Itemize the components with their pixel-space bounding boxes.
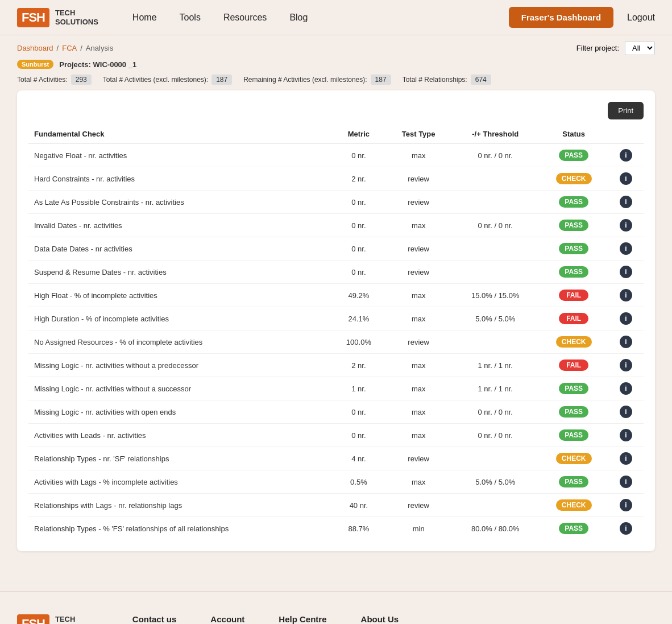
nav-home[interactable]: Home bbox=[132, 13, 157, 23]
breadcrumb-fca[interactable]: FCA bbox=[62, 44, 77, 52]
cell-threshold: 80.0% / 80.0% bbox=[451, 517, 539, 540]
cell-threshold bbox=[451, 261, 539, 284]
logo-icon: FSH bbox=[17, 8, 49, 27]
cell-info[interactable]: i bbox=[608, 214, 644, 237]
status-badge: PASS bbox=[559, 220, 588, 231]
cell-info[interactable]: i bbox=[608, 424, 644, 447]
nav-resources[interactable]: Resources bbox=[223, 13, 267, 23]
cell-info[interactable]: i bbox=[608, 261, 644, 284]
table-row: Missing Logic - nr. activities without a… bbox=[28, 377, 644, 400]
table-row: High Float - % of incomplete activities … bbox=[28, 284, 644, 307]
filter-project-select[interactable]: All bbox=[625, 41, 655, 55]
cell-status: PASS bbox=[539, 517, 608, 540]
logout-link[interactable]: Logout bbox=[627, 13, 655, 23]
cell-check: Activities with Leads - nr. activities bbox=[28, 424, 332, 447]
stat-activities-excl: Total # Activities (excl. milestones): 1… bbox=[103, 75, 232, 85]
breadcrumb: Dashboard / FCA / Analysis bbox=[17, 44, 113, 52]
cell-status: PASS bbox=[539, 400, 608, 424]
info-icon[interactable]: i bbox=[620, 499, 632, 511]
info-icon[interactable]: i bbox=[620, 266, 632, 278]
cell-threshold bbox=[451, 447, 539, 470]
main-nav: Home Tools Resources Blog bbox=[132, 13, 509, 23]
cell-info[interactable]: i bbox=[608, 517, 644, 540]
cell-info[interactable]: i bbox=[608, 354, 644, 377]
cell-status: PASS bbox=[539, 191, 608, 214]
cell-metric: 40 nr. bbox=[332, 494, 385, 517]
status-badge: FAIL bbox=[559, 359, 588, 371]
info-icon[interactable]: i bbox=[620, 382, 632, 395]
cell-metric: 88.7% bbox=[332, 517, 385, 540]
cell-check: Suspend & Resume Dates - nr. activities bbox=[28, 261, 332, 284]
status-badge: FAIL bbox=[559, 313, 588, 324]
info-icon[interactable]: i bbox=[620, 476, 632, 488]
cell-test-type: min bbox=[385, 517, 451, 540]
stat-label: Remaining # Activities (excl. milestones… bbox=[243, 76, 367, 84]
breadcrumb-dashboard[interactable]: Dashboard bbox=[17, 44, 53, 52]
sunburst-tag: Sunburst bbox=[17, 60, 53, 69]
status-badge: PASS bbox=[559, 266, 588, 278]
project-label: Projects: WIC-0000 _1 bbox=[59, 60, 136, 69]
info-icon[interactable]: i bbox=[620, 359, 632, 371]
info-icon[interactable]: i bbox=[620, 522, 632, 535]
breadcrumb-analysis: Analysis bbox=[86, 44, 113, 52]
cell-check: Missing Logic - nr. activities without a… bbox=[28, 354, 332, 377]
status-badge: PASS bbox=[559, 383, 588, 394]
cell-info[interactable]: i bbox=[608, 447, 644, 470]
cell-threshold bbox=[451, 167, 539, 191]
cell-info[interactable]: i bbox=[608, 307, 644, 330]
info-icon[interactable]: i bbox=[620, 429, 632, 441]
stats-bar: Total # Activities: 293 Total # Activiti… bbox=[0, 73, 672, 90]
info-icon[interactable]: i bbox=[620, 219, 632, 232]
cell-info[interactable]: i bbox=[608, 167, 644, 191]
cell-metric: 0 nr. bbox=[332, 261, 385, 284]
stat-relationships: Total # Relationships: 674 bbox=[403, 75, 491, 85]
cell-threshold: 0 nr. / 0 nr. bbox=[451, 143, 539, 167]
cell-metric: 4 nr. bbox=[332, 447, 385, 470]
info-icon[interactable]: i bbox=[620, 196, 632, 208]
status-badge: PASS bbox=[559, 476, 588, 487]
cell-status: CHECK bbox=[539, 167, 608, 191]
cell-check: Relationship Types - % 'FS' relationship… bbox=[28, 517, 332, 540]
table-row: High Duration - % of incomplete activiti… bbox=[28, 307, 644, 330]
cell-threshold: 1 nr. / 1 nr. bbox=[451, 354, 539, 377]
cell-info[interactable]: i bbox=[608, 143, 644, 167]
cell-check: Missing Logic - nr. activities with open… bbox=[28, 400, 332, 424]
info-icon[interactable]: i bbox=[620, 312, 632, 325]
cell-info[interactable]: i bbox=[608, 237, 644, 261]
cell-test-type: max bbox=[385, 214, 451, 237]
cell-info[interactable]: i bbox=[608, 494, 644, 517]
info-icon[interactable]: i bbox=[620, 406, 632, 418]
cell-info[interactable]: i bbox=[608, 400, 644, 424]
cell-test-type: review bbox=[385, 447, 451, 470]
cell-status: CHECK bbox=[539, 494, 608, 517]
cell-metric: 24.1% bbox=[332, 307, 385, 330]
cell-info[interactable]: i bbox=[608, 191, 644, 214]
col-status: Status bbox=[539, 125, 608, 143]
col-info bbox=[608, 125, 644, 143]
table-row: Missing Logic - nr. activities without a… bbox=[28, 354, 644, 377]
main-content: Print Fundamental Check Metric Test Type… bbox=[0, 90, 672, 568]
info-icon[interactable]: i bbox=[620, 336, 632, 348]
nav-tools[interactable]: Tools bbox=[180, 13, 201, 23]
cell-info[interactable]: i bbox=[608, 470, 644, 494]
cell-check: Hard Constraints - nr. activities bbox=[28, 167, 332, 191]
info-icon[interactable]: i bbox=[620, 149, 632, 162]
cell-test-type: review bbox=[385, 237, 451, 261]
print-button[interactable]: Print bbox=[608, 102, 644, 119]
info-icon[interactable]: i bbox=[620, 242, 632, 255]
cell-metric: 0 nr. bbox=[332, 143, 385, 167]
status-badge: FAIL bbox=[559, 290, 588, 301]
footer-company-name: TECHSOLUTIONS bbox=[55, 615, 98, 624]
cell-threshold: 1 nr. / 1 nr. bbox=[451, 377, 539, 400]
nav-blog[interactable]: Blog bbox=[289, 13, 308, 23]
info-icon[interactable]: i bbox=[620, 289, 632, 301]
info-icon[interactable]: i bbox=[620, 452, 632, 465]
cell-info[interactable]: i bbox=[608, 330, 644, 354]
info-icon[interactable]: i bbox=[620, 172, 632, 185]
cell-test-type: max bbox=[385, 354, 451, 377]
cell-metric: 0 nr. bbox=[332, 424, 385, 447]
cell-check: Relationship Types - nr. 'SF' relationsh… bbox=[28, 447, 332, 470]
cell-info[interactable]: i bbox=[608, 284, 644, 307]
cell-info[interactable]: i bbox=[608, 377, 644, 400]
dashboard-button[interactable]: Fraser's Dashboard bbox=[509, 7, 613, 28]
